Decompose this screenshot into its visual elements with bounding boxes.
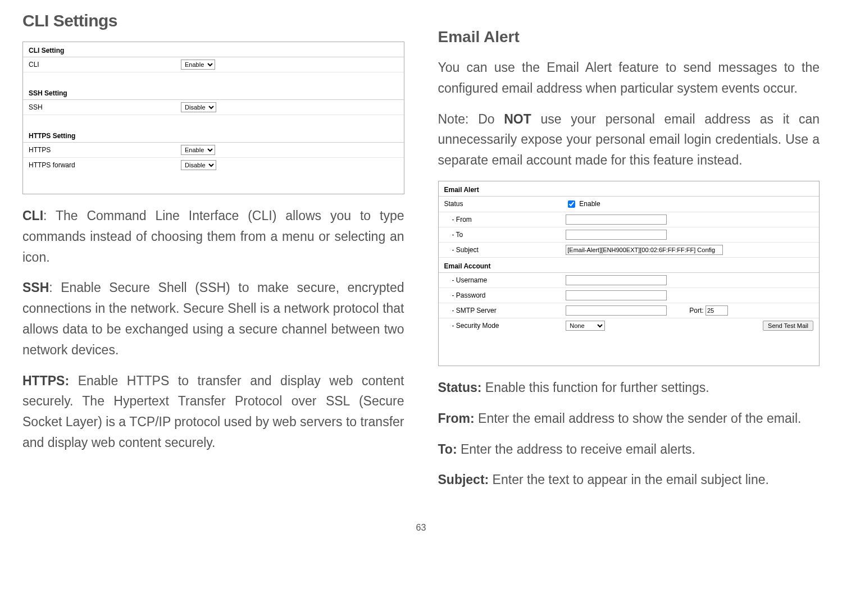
status-checkbox[interactable] xyxy=(568,200,575,208)
https-term: HTTPS: xyxy=(22,373,69,388)
port-input[interactable] xyxy=(706,305,728,316)
to-term: To: xyxy=(438,442,457,457)
from-description: From: Enter the email address to show th… xyxy=(438,408,820,429)
email-account-header: Email Account xyxy=(439,257,820,272)
ssh-description: SSH: Enable Secure Shell (SSH) to make s… xyxy=(22,277,404,360)
https-description: HTTPS: Enable HTTPS to transfer and disp… xyxy=(22,371,404,453)
cli-settings-title: CLI Settings xyxy=(22,11,404,30)
status-enable-text: Enable xyxy=(579,200,600,208)
security-label: - Security Mode xyxy=(439,318,561,333)
status-label: Status xyxy=(439,196,561,212)
cli-settings-screenshot: CLI Setting CLI Enable SSH Setting SSH D… xyxy=(22,42,404,194)
smtp-input[interactable] xyxy=(566,305,667,316)
https-forward-select[interactable]: Disable xyxy=(181,160,216,170)
left-column: CLI Settings CLI Setting CLI Enable SSH … xyxy=(22,11,404,500)
from-term: From: xyxy=(438,411,475,426)
cli-setting-header: CLI Setting xyxy=(23,42,404,57)
email-alert-intro: You can use the Email Alert feature to s… xyxy=(438,57,820,99)
to-label: - To xyxy=(439,227,561,242)
password-input[interactable] xyxy=(566,290,667,300)
email-alert-screenshot: Email Alert Status Enable - From - To xyxy=(438,181,820,366)
https-setting-header: HTTPS Setting xyxy=(23,127,404,143)
email-alert-note: Note: Do NOT use your personal email add… xyxy=(438,109,820,171)
subject-input[interactable] xyxy=(566,245,723,255)
right-column: Email Alert You can use the Email Alert … xyxy=(438,11,820,500)
email-alert-header: Email Alert xyxy=(439,181,820,197)
subject-label: - Subject xyxy=(439,242,561,257)
ssh-setting-header: SSH Setting xyxy=(23,85,404,100)
username-label: - Username xyxy=(439,272,561,288)
to-description: To: Enter the address to receive email a… xyxy=(438,439,820,460)
ssh-term: SSH xyxy=(22,280,49,295)
not-bold: NOT xyxy=(504,112,531,126)
send-test-mail-button[interactable]: Send Test Mail xyxy=(763,321,813,331)
username-input[interactable] xyxy=(566,275,667,285)
page-content: CLI Settings CLI Setting CLI Enable SSH … xyxy=(22,11,820,500)
subject-description: Subject: Enter the text to appear in the… xyxy=(438,469,820,490)
https-select[interactable]: Enable xyxy=(181,145,215,155)
status-term: Status: xyxy=(438,380,482,395)
https-forward-label: HTTPS forward xyxy=(23,158,175,173)
status-description: Status: Enable this function for further… xyxy=(438,377,820,398)
email-alert-title: Email Alert xyxy=(438,28,820,46)
subject-term: Subject: xyxy=(438,472,489,487)
password-label: - Password xyxy=(439,288,561,303)
ssh-label: SSH xyxy=(23,100,175,115)
cli-label: CLI xyxy=(23,57,175,72)
to-input[interactable] xyxy=(566,230,667,240)
cli-description: CLI: The Command Line Interface (CLI) al… xyxy=(22,206,404,267)
from-label: - From xyxy=(439,212,561,227)
ssh-select[interactable]: Disable xyxy=(181,102,216,112)
page-number: 63 xyxy=(22,523,820,533)
security-select[interactable]: None xyxy=(566,321,605,331)
from-input[interactable] xyxy=(566,215,667,225)
port-label: Port: xyxy=(689,307,703,314)
cli-select[interactable]: Enable xyxy=(181,60,215,70)
smtp-label: - SMTP Server xyxy=(439,303,561,318)
https-label: HTTPS xyxy=(23,143,175,158)
cli-term: CLI xyxy=(22,208,43,223)
